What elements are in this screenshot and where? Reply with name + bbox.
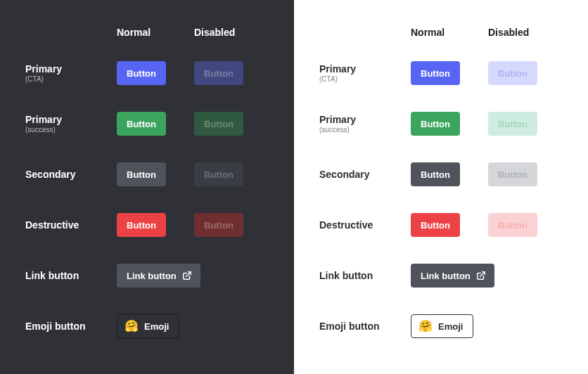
light-theme-panel: Normal Disabled Primary (CTA) Button But… — [294, 0, 588, 374]
row-label: Emoji button — [25, 321, 117, 333]
row-primary-cta: Primary (CTA) Button Button — [25, 48, 274, 98]
primary-cta-button[interactable]: Button — [117, 61, 166, 85]
primary-cta-button-disabled: Button — [194, 61, 243, 85]
row-secondary: Secondary Button Button — [319, 149, 568, 200]
secondary-button[interactable]: Button — [117, 162, 166, 186]
primary-success-button[interactable]: Button — [411, 112, 460, 136]
row-label: Secondary — [25, 169, 117, 181]
row-destructive: Destructive Button Button — [25, 200, 274, 250]
row-label: Emoji button — [319, 321, 411, 333]
row-emoji: Emoji button 🤗 Emoji — [319, 301, 568, 352]
row-primary-success: Primary (success) Button Button — [25, 98, 274, 149]
hug-emoji-icon: 🤗 — [418, 321, 433, 332]
external-link-icon — [182, 271, 192, 280]
emoji-button-label: Emoji — [144, 321, 169, 332]
row-label: Destructive — [319, 219, 411, 231]
link-button[interactable]: Link button — [117, 264, 200, 288]
row-label: Primary — [319, 63, 411, 75]
row-link: Link button Link button — [319, 250, 568, 301]
col-header-disabled: Disabled — [194, 27, 271, 38]
primary-success-button[interactable]: Button — [117, 112, 166, 136]
row-sublabel: (success) — [25, 126, 117, 134]
row-sublabel: (CTA) — [319, 75, 411, 83]
row-label: Secondary — [319, 169, 411, 181]
destructive-button[interactable]: Button — [117, 213, 166, 237]
row-label: Primary — [25, 114, 117, 126]
primary-cta-button-disabled: Button — [488, 61, 537, 85]
primary-success-button-disabled: Button — [488, 112, 537, 136]
secondary-button[interactable]: Button — [411, 162, 460, 186]
link-button-label: Link button — [421, 271, 471, 281]
row-emoji: Emoji button 🤗 Emoji — [25, 301, 274, 352]
link-button[interactable]: Link button — [411, 264, 494, 288]
primary-cta-button[interactable]: Button — [411, 61, 460, 85]
row-label: Destructive — [25, 219, 117, 231]
destructive-button-disabled: Button — [194, 213, 243, 237]
destructive-button[interactable]: Button — [411, 213, 460, 237]
secondary-button-disabled: Button — [488, 162, 537, 186]
row-sublabel: (success) — [319, 126, 411, 134]
row-label: Primary — [25, 63, 117, 75]
row-primary-success: Primary (success) Button Button — [319, 98, 568, 149]
row-label: Link button — [25, 270, 117, 282]
row-sublabel: (CTA) — [25, 75, 117, 83]
column-headers: Normal Disabled — [25, 17, 274, 48]
row-destructive: Destructive Button Button — [319, 200, 568, 250]
secondary-button-disabled: Button — [194, 162, 243, 186]
row-primary-cta: Primary (CTA) Button Button — [319, 48, 568, 98]
primary-success-button-disabled: Button — [194, 112, 243, 136]
emoji-button[interactable]: 🤗 Emoji — [117, 314, 179, 338]
link-button-label: Link button — [127, 271, 177, 281]
row-label: Link button — [319, 270, 411, 282]
destructive-button-disabled: Button — [488, 213, 537, 237]
emoji-button[interactable]: 🤗 Emoji — [411, 314, 473, 338]
dark-theme-panel: Normal Disabled Primary (CTA) Button But… — [0, 0, 294, 374]
row-secondary: Secondary Button Button — [25, 149, 274, 200]
col-header-disabled: Disabled — [488, 27, 565, 38]
emoji-button-label: Emoji — [438, 321, 463, 332]
col-header-normal: Normal — [411, 27, 488, 38]
row-link: Link button Link button — [25, 250, 274, 301]
col-header-normal: Normal — [117, 27, 194, 38]
external-link-icon — [476, 271, 486, 280]
hug-emoji-icon: 🤗 — [124, 321, 139, 332]
row-label: Primary — [319, 114, 411, 126]
column-headers: Normal Disabled — [319, 17, 568, 48]
